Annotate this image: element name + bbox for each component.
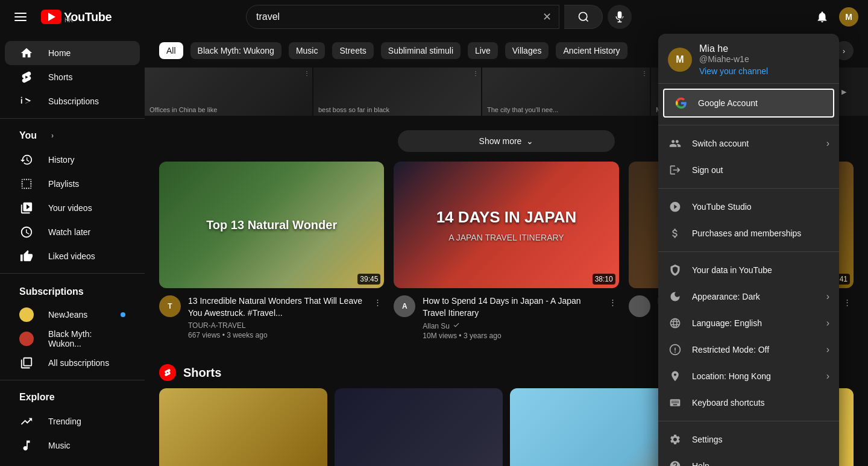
chip-blackmyth[interactable]: Black Myth: Wukong	[190, 42, 281, 59]
sidebar-item-watch-later[interactable]: Watch later	[5, 220, 140, 244]
search-clear-icon[interactable]: ✕	[535, 10, 559, 24]
short-thumb-3: be a good little copy	[510, 388, 678, 466]
verified-badge	[453, 321, 460, 329]
sidebar-item-liked-videos[interactable]: Liked videos	[5, 244, 140, 268]
dropdown-user-info: Mia he @Miahe-w1e View your channel	[699, 43, 829, 76]
mic-button[interactable]	[608, 5, 632, 29]
video-card-1[interactable]: Top 13 Natural Wonder 39:45 ⋮ T 13 Incre…	[159, 162, 384, 340]
help-label: Help	[692, 461, 829, 466]
studio-label: YouTube Studio	[692, 202, 829, 212]
sidebar-item-history[interactable]: History	[5, 148, 140, 172]
featured-thumb-1[interactable]: Offices in China be like ⋮	[145, 68, 312, 116]
search-input[interactable]	[247, 11, 535, 22]
sidebar-item-home[interactable]: Home	[5, 41, 140, 65]
chip-music[interactable]: Music	[289, 42, 326, 59]
show-more-label: Show more	[479, 136, 522, 146]
sidebar-history-label: History	[48, 155, 75, 165]
thumb-overlay-1: Top 13 Natural Wonder	[159, 162, 384, 288]
short-thumb-1	[159, 388, 327, 466]
sidebar-playlists-label: Playlists	[48, 179, 79, 189]
featured-thumb-3[interactable]: The city that you'll nee... ⋮	[482, 68, 650, 116]
account-avatar[interactable]: M	[839, 7, 858, 27]
show-more-button[interactable]: Show more ⌄	[398, 130, 615, 152]
dropdown-item-location[interactable]: Location: Hong Kong ›	[658, 363, 839, 389]
svg-line-1	[585, 19, 588, 22]
dropdown-item-sign-out[interactable]: Sign out	[658, 157, 839, 183]
dropdown-item-language[interactable]: Language: English ›	[658, 310, 839, 336]
google-icon	[674, 96, 688, 110]
chip-all[interactable]: All	[159, 42, 183, 59]
account-dropdown-menu: M Mia he @Miahe-w1e View your channel Go…	[658, 34, 839, 466]
topbar: YouTube HK ✕ M	[0, 0, 868, 34]
music-label: Music	[48, 441, 71, 450]
channel-avatar-3	[629, 295, 650, 317]
channel-name-1: TOUR-A-TRAVEL	[188, 321, 364, 330]
chip-villages[interactable]: Villages	[505, 42, 549, 59]
dropdown-item-studio[interactable]: YouTube Studio	[658, 194, 839, 220]
dropdown-divider-2	[658, 188, 839, 189]
more-menu-3[interactable]: ⋮	[841, 295, 854, 309]
show-more-chevron-icon: ⌄	[526, 136, 533, 146]
dropdown-handle: @Miahe-w1e	[699, 54, 829, 64]
dropdown-item-appearance[interactable]: Appearance: Dark ›	[658, 283, 839, 310]
short-card-3[interactable]: be a good little copy	[510, 388, 678, 466]
video-card-2[interactable]: 14 DAYS IN JAPAN A JAPAN TRAVEL ITINERAR…	[394, 162, 618, 340]
search-box: ✕	[246, 5, 559, 29]
topbar-center: ✕	[246, 5, 632, 29]
dropdown-item-keyboard[interactable]: Keyboard shortcuts	[658, 389, 839, 416]
chip-streets[interactable]: Streets	[332, 42, 373, 59]
keyboard-label: Keyboard shortcuts	[692, 398, 829, 408]
menu-button[interactable]	[10, 8, 31, 26]
chip-live[interactable]: Live	[468, 42, 498, 59]
more-menu-2[interactable]: ⋮	[606, 295, 619, 309]
dropdown-item-settings[interactable]: Settings	[658, 426, 839, 453]
video-title-1: 13 Incredible Natural Wonders That Will …	[188, 295, 364, 319]
restricted-icon	[668, 342, 682, 357]
sidebar-item-blackmyth[interactable]: Black Myth: Wukon...	[5, 327, 140, 351]
logo[interactable]: YouTube HK	[41, 10, 112, 24]
dropdown-item-google-account[interactable]: Google Account	[663, 89, 834, 118]
dropdown-item-switch-account[interactable]: Switch account ›	[658, 130, 839, 157]
chip-subliminal[interactable]: Subliminal stimuli	[381, 42, 461, 59]
switch-account-label: Switch account	[692, 139, 817, 148]
more-menu-1[interactable]: ⋮	[371, 295, 384, 309]
appearance-arrow: ›	[826, 291, 829, 302]
logo-icon	[41, 10, 61, 24]
video-title-2: How to Spend 14 Days in Japan - A Japan …	[423, 295, 599, 319]
sidebar: Home Shorts Subscriptions You › History	[0, 34, 145, 466]
sidebar-item-trending[interactable]: Trending	[5, 409, 140, 433]
sidebar-item-all-subscriptions[interactable]: All subscriptions	[5, 351, 140, 375]
dropdown-item-data[interactable]: Your data in YouTube	[658, 257, 839, 283]
home-icon	[19, 46, 34, 60]
chip-ancient[interactable]: Ancient History	[556, 42, 627, 59]
dropdown-divider-1	[658, 125, 839, 125]
logo-region: HK	[64, 17, 112, 24]
sidebar-item-music[interactable]: Music	[5, 433, 140, 458]
blackmyth-label: Black Myth: Wukon...	[48, 329, 125, 348]
shorts-section-icon	[159, 364, 176, 381]
sidebar-item-newjeans[interactable]: NewJeans	[5, 303, 140, 327]
shorts-section-label: Shorts	[183, 366, 221, 380]
dropdown-item-purchases[interactable]: Purchases and memberships	[658, 220, 839, 247]
short-card-2[interactable]	[335, 388, 503, 466]
dropdown-item-restricted[interactable]: Restricted Mode: Off ›	[658, 336, 839, 363]
dropdown-divider-3	[658, 251, 839, 252]
featured-thumb-2[interactable]: best boss so far in black ⋮	[313, 68, 481, 116]
duration-2: 38:10	[593, 274, 615, 285]
dropdown-avatar: M	[668, 48, 692, 72]
notification-button[interactable]	[810, 5, 834, 29]
search-button[interactable]	[564, 5, 603, 29]
short-card-1[interactable]	[159, 388, 327, 466]
sidebar-item-subscriptions[interactable]: Subscriptions	[5, 89, 140, 113]
help-icon	[668, 459, 682, 466]
sidebar-item-playlists[interactable]: Playlists	[5, 172, 140, 196]
channel-avatar-2: A	[394, 295, 415, 317]
dropdown-item-help[interactable]: Help	[658, 453, 839, 466]
sidebar-item-your-videos[interactable]: Your videos	[5, 196, 140, 220]
sidebar-you-section[interactable]: You ›	[5, 124, 140, 148]
music-icon	[19, 438, 34, 453]
sidebar-item-shorts[interactable]: Shorts	[5, 65, 140, 89]
dropdown-channel-link[interactable]: View your channel	[699, 66, 829, 76]
location-icon	[668, 369, 682, 383]
sidebar-explore-section: Explore	[5, 385, 140, 409]
